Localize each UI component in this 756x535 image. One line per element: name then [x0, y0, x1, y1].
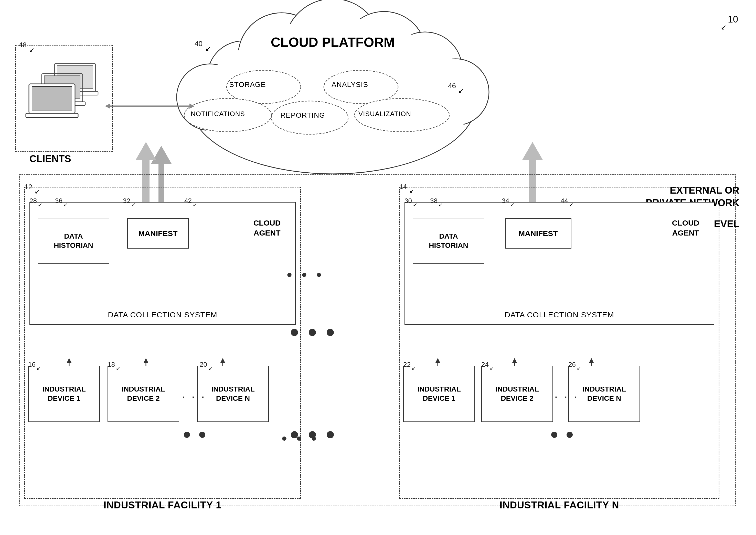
clients-label: CLIENTS	[29, 154, 71, 164]
svg-marker-31	[136, 142, 156, 160]
service-reporting: REPORTING	[280, 111, 325, 120]
facility1-device2-label: INDUSTRIALDEVICE 2	[122, 385, 165, 403]
svg-point-10	[177, 64, 243, 130]
svg-marker-27	[190, 103, 195, 109]
svg-point-4	[190, 31, 476, 174]
facilityN-cloud-agent-label: CLOUDAGENT	[665, 218, 706, 238]
facilityN-name-label: INDUSTRIAL FACILITY N	[399, 500, 719, 511]
facility1-device-dots: . . .	[182, 386, 206, 401]
ref-20: 20	[200, 361, 207, 369]
facility1-historian-box: DATAHISTORIAN	[38, 218, 109, 264]
facility-mid-dots: • • •	[287, 266, 324, 284]
ref-44: 44	[561, 197, 568, 205]
facilityN-manifest-box: MANIFEST	[505, 218, 571, 249]
svg-point-17	[394, 42, 456, 103]
ref-36: 36	[55, 197, 62, 205]
clients-box	[15, 45, 113, 152]
corner-ref: 10	[728, 14, 738, 25]
facility1-deviceN-label: INDUSTRIALDEVICE N	[211, 385, 255, 403]
facility-dots: • • •	[282, 430, 319, 447]
svg-point-5	[207, 41, 279, 113]
facility1-device2-box: INDUSTRIALDEVICE 2	[107, 366, 179, 422]
facility1-historian-label: DATAHISTORIAN	[54, 232, 93, 250]
service-analysis: ANALYSIS	[332, 81, 368, 89]
svg-rect-72	[26, 113, 78, 117]
facility1-name-label: INDUSTRIAL FACILITY 1	[24, 500, 301, 511]
svg-marker-29	[151, 146, 171, 164]
svg-point-19	[429, 69, 483, 123]
diagram: 10 ↙	[0, 0, 756, 535]
ref-46: 46	[448, 82, 456, 90]
facilityN-device2-box: INDUSTRIALDEVICE 2	[481, 366, 553, 422]
facility1-dcs-box: DATAHISTORIAN MANIFEST CLOUDAGENT DATA C…	[29, 202, 296, 325]
ref-16: 16	[28, 361, 36, 369]
ref-22: 22	[403, 361, 411, 369]
facilityN-deviceN-label: INDUSTRIALDEVICE N	[583, 385, 626, 403]
ref-28: 28	[29, 197, 37, 205]
facilityN-device1-label: INDUSTRIALDEVICE 1	[417, 385, 461, 403]
ref-38: 38	[430, 197, 438, 205]
svg-point-13	[214, 50, 273, 109]
svg-point-11	[422, 59, 489, 125]
facilityN-deviceN-box: INDUSTRIALDEVICE N	[568, 366, 640, 422]
ref-24: 24	[481, 361, 489, 369]
service-visualization: VISUALIZATION	[358, 110, 411, 118]
facilityN-device1-box: INDUSTRIALDEVICE 1	[403, 366, 475, 422]
facilityN-dcs-label: DATA COLLECTION SYSTEM	[405, 310, 714, 319]
ref-34: 34	[502, 197, 509, 205]
facilityN-manifest-label: MANIFEST	[518, 228, 558, 239]
ref-42: 42	[184, 197, 192, 205]
ref-12: 12	[24, 183, 32, 191]
facility1-manifest-label: MANIFEST	[138, 228, 177, 239]
ref-26: 26	[568, 361, 576, 369]
ref-48: 48	[19, 41, 27, 49]
svg-point-18	[183, 73, 237, 127]
facility1-deviceN-box: INDUSTRIALDEVICE N	[197, 366, 269, 422]
ref-40: 40	[195, 40, 202, 48]
ref-32: 32	[123, 197, 130, 205]
ref-18: 18	[107, 361, 115, 369]
facility1-cloud-agent-label: CLOUDAGENT	[247, 218, 287, 238]
facilityN-historian-box: DATAHISTORIAN	[413, 218, 484, 264]
facility1-dcs-label: DATA COLLECTION SYSTEM	[30, 310, 295, 319]
svg-rect-71	[32, 86, 72, 110]
svg-point-12	[197, 43, 469, 171]
service-notifications: NOTIFICATIONS	[191, 110, 245, 118]
facilityN-device-dots: . . .	[554, 386, 578, 401]
svg-marker-34	[522, 142, 543, 160]
facilityN-dcs-box: DATAHISTORIAN MANIFEST CLOUDAGENT DATA C…	[405, 202, 714, 325]
facilityN-historian-label: DATAHISTORIAN	[429, 232, 468, 250]
service-storage: STORAGE	[229, 81, 266, 89]
ref-30: 30	[405, 197, 412, 205]
facility1-device1-box: INDUSTRIALDEVICE 1	[28, 366, 100, 422]
facility1-device1-label: INDUSTRIALDEVICE 1	[42, 385, 86, 403]
cloud-platform-title: CLOUD PLATFORM	[243, 35, 422, 50]
ref-14: 14	[399, 183, 407, 191]
facilityN-device2-label: INDUSTRIALDEVICE 2	[496, 385, 539, 403]
facility1-manifest-box: MANIFEST	[127, 218, 189, 249]
